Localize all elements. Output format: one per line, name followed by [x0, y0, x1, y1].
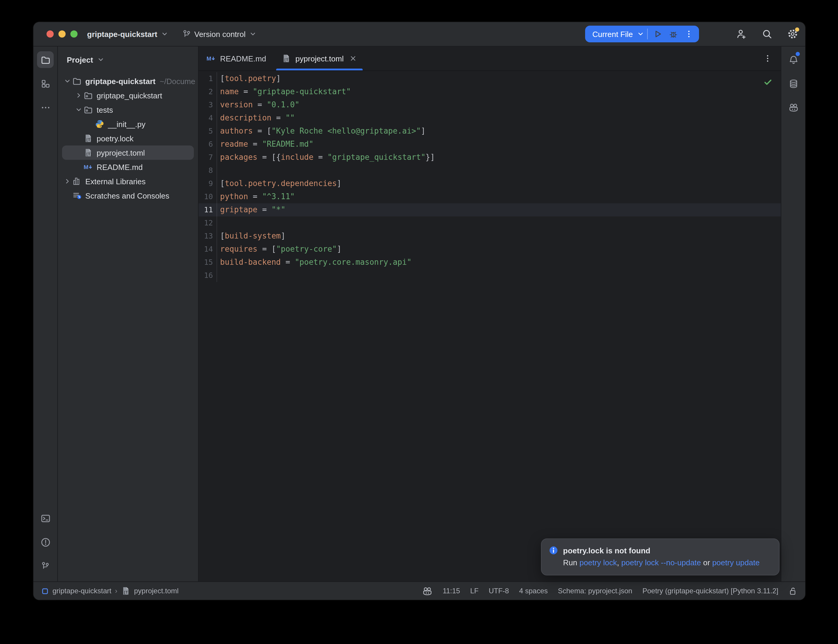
- code-line[interactable]: 2name = "griptape-quickstart": [199, 85, 781, 99]
- code-line[interactable]: 6readme = "README.md": [199, 138, 781, 151]
- line-number[interactable]: 11: [199, 203, 217, 217]
- tab-label: pyproject.toml: [296, 54, 344, 63]
- tree-item-label: griptape-quickstart: [85, 77, 156, 85]
- line-number[interactable]: 9: [199, 177, 217, 190]
- line-number[interactable]: 7: [199, 151, 217, 164]
- tree-item-tests[interactable]: tests: [58, 103, 198, 117]
- line-number[interactable]: 4: [199, 112, 217, 125]
- vcs-widget[interactable]: Version control: [182, 29, 257, 39]
- settings-gear-icon[interactable]: [787, 29, 798, 39]
- run-config-selector[interactable]: Current File: [592, 30, 633, 38]
- ai-assistant-tool-icon[interactable]: [785, 99, 802, 116]
- code-text: requires = ["poetry-core"]: [218, 243, 342, 256]
- minimize-window-button[interactable]: [58, 30, 66, 38]
- notifications-bell-icon[interactable]: [785, 51, 802, 68]
- notification-link[interactable]: poetry lock --no-update: [621, 558, 701, 567]
- structure-tool-icon[interactable]: [37, 75, 54, 92]
- line-number[interactable]: 13: [199, 230, 217, 243]
- code-editor[interactable]: 1[tool.poetry]2name = "griptape-quicksta…: [199, 71, 781, 582]
- ai-assistant-status[interactable]: [422, 586, 432, 596]
- problems-tool-icon[interactable]: [37, 534, 54, 550]
- tab-options-kebab-icon[interactable]: [763, 54, 772, 63]
- line-number[interactable]: 10: [199, 190, 217, 203]
- project-folder-tool-icon[interactable]: [37, 51, 54, 68]
- file-encoding[interactable]: UTF-8: [489, 587, 509, 595]
- line-number[interactable]: 14: [199, 243, 217, 256]
- cursor-position[interactable]: 11:15: [442, 587, 460, 595]
- code-line[interactable]: 1[tool.poetry]: [199, 72, 781, 85]
- more-tools-icon[interactable]: [37, 99, 54, 116]
- indent-style[interactable]: 4 spaces: [519, 587, 548, 595]
- add-user-icon[interactable]: [736, 29, 747, 39]
- line-number[interactable]: 12: [199, 217, 217, 230]
- line-number[interactable]: 5: [199, 125, 217, 138]
- code-line[interactable]: 16: [199, 269, 781, 282]
- line-number[interactable]: 8: [199, 164, 217, 177]
- zoom-window-button[interactable]: [71, 30, 77, 38]
- code-line[interactable]: 5authors = ["Kyle Roche <hello@griptape.…: [199, 125, 781, 138]
- tab-pyproject-toml[interactable]: [T]pyproject.toml: [274, 46, 365, 71]
- code-line[interactable]: 3version = "0.1.0": [199, 99, 781, 112]
- code-line[interactable]: 4description = "": [199, 112, 781, 125]
- line-number[interactable]: 2: [199, 85, 217, 99]
- debug-button[interactable]: [665, 26, 681, 42]
- code-line[interactable]: 12: [199, 217, 781, 230]
- code-text: [build-system]: [218, 230, 285, 243]
- notification-body: Run poetry lock, poetry lock --no-update…: [563, 557, 771, 568]
- python-interpreter[interactable]: Poetry (griptape-quickstart) [Python 3.1…: [642, 587, 778, 595]
- run-button[interactable]: [650, 26, 665, 42]
- notification-text: ,: [617, 558, 621, 567]
- project-selector[interactable]: griptape-quickstart: [87, 30, 169, 38]
- window-controls: [46, 30, 77, 38]
- code-line[interactable]: 15build-backend = "poetry.core.masonry.a…: [199, 256, 781, 269]
- svg-text:[T]: [T]: [86, 138, 92, 142]
- notification-link[interactable]: poetry lock: [580, 558, 617, 567]
- chevron-down-icon[interactable]: [636, 30, 645, 38]
- vcs-branch-tool-icon[interactable]: [37, 557, 54, 574]
- database-tool-icon[interactable]: [785, 75, 802, 92]
- line-number[interactable]: 15: [199, 256, 217, 269]
- tree-item-pyproject-toml[interactable]: [T]pyproject.toml: [62, 146, 194, 160]
- file-breadcrumb[interactable]: [T] pyproject.toml: [121, 586, 178, 596]
- tree-item-readme-md[interactable]: MREADME.md: [58, 160, 198, 174]
- code-text: [218, 164, 220, 177]
- code-line[interactable]: 11griptape = "*": [199, 203, 781, 217]
- tree-item-poetry-lock[interactable]: [T]poetry.lock: [58, 131, 198, 146]
- inspections-ok-check-icon[interactable]: [764, 77, 772, 87]
- code-text: name = "griptape-quickstart": [218, 85, 351, 99]
- tree-item-griptape-quickstart[interactable]: griptape_quickstart: [58, 88, 198, 103]
- code-line[interactable]: 14requires = ["poetry-core"]: [199, 243, 781, 256]
- tree-item-external-libraries[interactable]: External Libraries: [58, 174, 198, 189]
- json-schema[interactable]: Schema: pyproject.json: [558, 587, 632, 595]
- chevron-down-icon[interactable]: [62, 77, 72, 85]
- write-access[interactable]: [789, 586, 797, 595]
- close-window-button[interactable]: [46, 30, 54, 38]
- code-line[interactable]: 9[tool.poetry.dependencies]: [199, 177, 781, 190]
- notification-link[interactable]: poetry update: [712, 558, 759, 567]
- terminal-tool-icon[interactable]: [37, 510, 54, 527]
- tree-item-griptape-quickstart[interactable]: griptape-quickstart~/Docume: [58, 74, 198, 88]
- toml-file-icon: [T]: [84, 133, 93, 143]
- line-separator[interactable]: LF: [470, 587, 479, 595]
- line-number[interactable]: 16: [199, 269, 217, 282]
- code-line[interactable]: 8: [199, 164, 781, 177]
- chevron-down-icon[interactable]: [74, 105, 84, 114]
- tree-item-scratches-and-consoles[interactable]: Scratches and Consoles: [58, 189, 198, 203]
- line-number[interactable]: 1: [199, 72, 217, 85]
- main-area: Project griptape-quickstart~/Documegript…: [33, 46, 805, 582]
- line-number[interactable]: 3: [199, 99, 217, 112]
- search-icon[interactable]: [762, 29, 772, 39]
- chevron-right-icon[interactable]: [74, 91, 84, 100]
- line-number[interactable]: 6: [199, 138, 217, 151]
- code-line[interactable]: 7packages = [{include = "griptape_quicks…: [199, 151, 781, 164]
- tree-item-label: __init__.py: [108, 120, 146, 128]
- module-breadcrumb[interactable]: griptape-quickstart: [41, 587, 111, 595]
- tree-item--init-py[interactable]: __init__.py: [58, 117, 198, 131]
- tab-readme-md[interactable]: MREADME.md: [199, 46, 274, 71]
- project-panel-header[interactable]: Project: [58, 51, 198, 68]
- more-run-options-icon[interactable]: [681, 26, 697, 42]
- code-line[interactable]: 13[build-system]: [199, 230, 781, 243]
- code-line[interactable]: 10python = "^3.11": [199, 190, 781, 203]
- close-tab-icon[interactable]: [349, 54, 357, 62]
- chevron-right-icon[interactable]: [62, 177, 72, 186]
